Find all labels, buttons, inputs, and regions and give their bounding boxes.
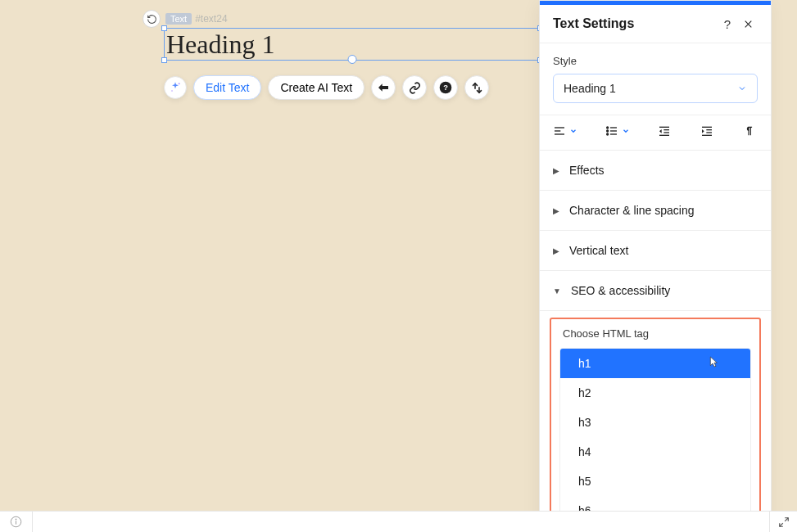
svg-point-0	[179, 83, 180, 84]
edit-text-button[interactable]: Edit Text	[193, 75, 261, 100]
html-tag-label: Choose HTML tag	[563, 327, 751, 340]
accordion-char-line-spacing[interactable]: ▶ Character & line spacing	[540, 191, 771, 231]
text-settings-panel: Text Settings ? Style Heading 1	[539, 0, 772, 529]
triangle-right-icon: ▶	[553, 246, 559, 255]
history-icon[interactable]	[143, 10, 161, 28]
link-icon[interactable]	[402, 75, 427, 100]
chevron-down-icon	[569, 127, 577, 135]
align-button[interactable]	[553, 125, 577, 137]
help-icon[interactable]: ?	[433, 75, 458, 100]
floating-toolbar: Edit Text Create AI Text ?	[164, 75, 489, 100]
accordion-seo-accessibility[interactable]: ▼ SEO & accessibility	[540, 271, 771, 311]
svg-point-1	[171, 90, 173, 92]
svg-text:?: ?	[443, 83, 448, 92]
svg-point-11	[607, 133, 609, 135]
chevron-down-icon	[622, 127, 630, 135]
panel-close-icon[interactable]	[743, 19, 758, 29]
style-select-value: Heading 1	[564, 82, 737, 95]
html-tag-dropdown[interactable]: h1h2h3h4h5h6	[559, 348, 751, 526]
animation-icon[interactable]	[371, 75, 396, 100]
list-button[interactable]	[605, 125, 630, 137]
html-tag-option-h2[interactable]: h2	[560, 378, 750, 408]
triangle-right-icon: ▶	[553, 166, 559, 175]
expand-icon[interactable]	[769, 512, 797, 532]
element-id: #text24	[195, 13, 227, 25]
svg-point-9	[607, 130, 609, 132]
triangle-down-icon: ▼	[553, 286, 561, 295]
style-select[interactable]: Heading 1	[553, 74, 758, 103]
create-ai-text-button[interactable]: Create AI Text	[268, 75, 365, 100]
svg-point-23	[16, 519, 16, 520]
html-tag-option-h5[interactable]: h5	[560, 467, 750, 496]
editor-canvas[interactable]: Text #text24 Heading 1 Edit Text Create …	[0, 0, 797, 532]
accordion-effects[interactable]: ▶ Effects	[540, 151, 771, 191]
panel-title: Text Settings	[553, 16, 712, 31]
html-tag-section: Choose HTML tag h1h2h3h4h5h6	[550, 318, 761, 528]
html-tag-option-h4[interactable]: h4	[560, 437, 750, 467]
cursor-icon	[706, 355, 719, 368]
svg-line-24	[785, 517, 788, 521]
ai-sparkle-icon[interactable]	[164, 76, 187, 99]
svg-point-7	[607, 127, 609, 128]
svg-line-25	[779, 523, 782, 526]
accordion-vertical-text[interactable]: ▶ Vertical text	[540, 231, 771, 271]
element-type-badge: Text	[165, 13, 192, 25]
status-bar	[0, 511, 797, 532]
html-tag-option-h3[interactable]: h3	[560, 408, 750, 437]
outdent-button[interactable]	[658, 125, 672, 137]
html-tag-option-h1[interactable]: h1	[560, 349, 750, 378]
chevron-down-icon	[737, 83, 747, 93]
info-icon[interactable]	[0, 512, 33, 532]
format-row	[540, 115, 771, 151]
rtl-button[interactable]	[743, 125, 758, 137]
heading-text[interactable]: Heading 1	[166, 29, 274, 59]
indent-button[interactable]	[700, 125, 715, 137]
swap-icon[interactable]	[464, 75, 489, 100]
triangle-right-icon: ▶	[553, 206, 559, 215]
panel-help-icon[interactable]: ?	[720, 17, 735, 31]
selected-text-element[interactable]: Text #text24 Heading 1	[164, 10, 541, 61]
style-label: Style	[553, 55, 758, 67]
